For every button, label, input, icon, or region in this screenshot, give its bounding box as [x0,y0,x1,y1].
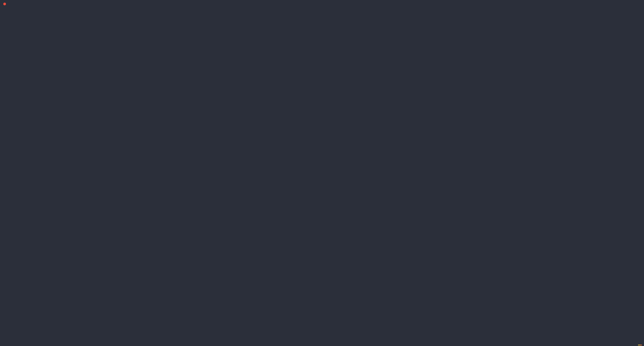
highlight-annotation [3,3,6,5]
badge-text [638,345,642,345]
